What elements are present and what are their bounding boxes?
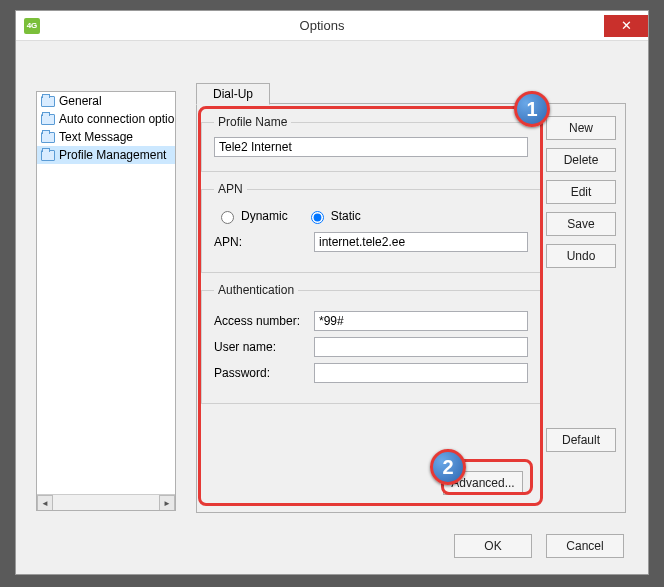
apn-dynamic-radio-input[interactable] bbox=[221, 211, 234, 224]
apn-dynamic-radio[interactable]: Dynamic bbox=[216, 208, 288, 224]
app-icon: 4G bbox=[24, 18, 40, 34]
sidebar-item-label: Auto connection options bbox=[59, 112, 176, 126]
apn-legend: APN bbox=[214, 182, 247, 196]
sidebar-item-text-message[interactable]: Text Message bbox=[37, 128, 175, 146]
apn-field-label: APN: bbox=[214, 235, 314, 249]
access-number-label: Access number: bbox=[214, 314, 314, 328]
folder-icon bbox=[41, 114, 55, 125]
edit-button[interactable]: Edit bbox=[546, 180, 616, 204]
scroll-track[interactable] bbox=[53, 495, 159, 510]
profile-name-input[interactable] bbox=[214, 137, 528, 157]
sidebar-item-auto-connection[interactable]: Auto connection options bbox=[37, 110, 175, 128]
folder-icon bbox=[41, 132, 55, 143]
new-button[interactable]: New bbox=[546, 116, 616, 140]
tree-horizontal-scrollbar[interactable]: ◄ ► bbox=[37, 494, 175, 510]
right-button-column: New Delete Edit Save Undo Default bbox=[546, 116, 616, 452]
ok-button[interactable]: OK bbox=[454, 534, 532, 558]
sidebar-item-label: Text Message bbox=[59, 130, 133, 144]
sidebar-item-profile-management[interactable]: Profile Management bbox=[37, 146, 175, 164]
profile-name-legend: Profile Name bbox=[214, 115, 291, 129]
authentication-group: Authentication Access number: User name:… bbox=[201, 283, 541, 404]
scroll-left-button[interactable]: ◄ bbox=[37, 495, 53, 511]
tab-dial-up[interactable]: Dial-Up bbox=[196, 83, 270, 105]
apn-static-label: Static bbox=[331, 209, 361, 223]
folder-icon bbox=[41, 96, 55, 107]
apn-static-radio[interactable]: Static bbox=[306, 208, 361, 224]
category-tree[interactable]: General Auto connection options Text Mes… bbox=[36, 91, 176, 511]
dialog-buttons: OK Cancel bbox=[454, 534, 624, 558]
window-title: Options bbox=[40, 18, 604, 33]
default-button[interactable]: Default bbox=[546, 428, 616, 452]
user-name-input[interactable] bbox=[314, 337, 528, 357]
sidebar-item-label: Profile Management bbox=[59, 148, 166, 162]
apn-static-radio-input[interactable] bbox=[311, 211, 324, 224]
sidebar-item-general[interactable]: General bbox=[37, 92, 175, 110]
sidebar-item-label: General bbox=[59, 94, 102, 108]
delete-button[interactable]: Delete bbox=[546, 148, 616, 172]
titlebar: 4G Options ✕ bbox=[16, 11, 648, 41]
advanced-button[interactable]: Advanced... bbox=[443, 471, 523, 495]
password-label: Password: bbox=[214, 366, 314, 380]
apn-group: APN Dynamic Static APN: bbox=[201, 182, 541, 273]
apn-input[interactable] bbox=[314, 232, 528, 252]
cancel-button[interactable]: Cancel bbox=[546, 534, 624, 558]
password-input[interactable] bbox=[314, 363, 528, 383]
undo-button[interactable]: Undo bbox=[546, 244, 616, 268]
folder-icon bbox=[41, 150, 55, 161]
close-button[interactable]: ✕ bbox=[604, 15, 648, 37]
close-icon: ✕ bbox=[621, 18, 632, 33]
tab-strip: Dial-Up bbox=[196, 81, 270, 105]
user-name-label: User name: bbox=[214, 340, 314, 354]
profile-name-group: Profile Name bbox=[201, 115, 541, 172]
scroll-right-button[interactable]: ► bbox=[159, 495, 175, 511]
options-window: 4G Options ✕ General Auto connection opt… bbox=[15, 10, 649, 575]
auth-legend: Authentication bbox=[214, 283, 298, 297]
client-area: General Auto connection options Text Mes… bbox=[16, 41, 648, 574]
apn-dynamic-label: Dynamic bbox=[241, 209, 288, 223]
save-button[interactable]: Save bbox=[546, 212, 616, 236]
profile-form: Profile Name APN Dynamic Static APN: bbox=[201, 109, 541, 509]
access-number-input[interactable] bbox=[314, 311, 528, 331]
